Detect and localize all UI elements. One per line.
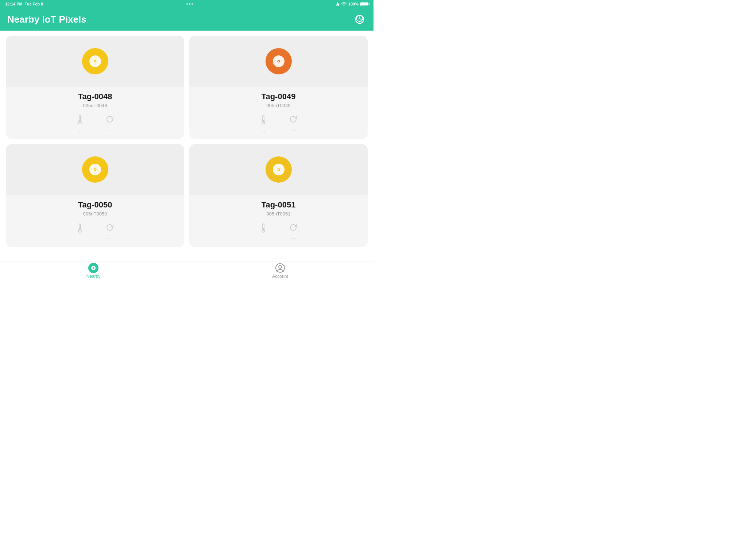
sensor-refresh-label-tag-0048: ... [107,127,112,132]
account-tab-icon-wrap [275,263,285,273]
device-icon-inner-tag-0051 [273,164,285,175]
sensor-refresh-label-tag-0051: ... [291,235,295,240]
device-name-tag-0049: Tag-0049 [195,92,362,101]
device-sensors-tag-0050: ... ... [12,222,178,241]
device-icon-svg-tag-0049 [276,59,281,64]
device-card-tag-0049[interactable]: Tag-0049 005nT0049 ... [189,36,368,139]
nearby-iot-inner [91,266,96,270]
sensor-temperature-tag-0051: ... [260,223,267,241]
device-sensors-tag-0051: ... ... [195,222,362,241]
device-sensors-tag-0049: ... ... [195,113,362,133]
device-sensors-tag-0048: ... ... [12,113,178,133]
device-name-tag-0048: Tag-0048 [12,92,178,101]
svg-point-22 [279,265,282,268]
svg-point-12 [94,169,96,170]
tab-nearby[interactable]: Nearby [0,261,187,280]
nearby-iot-icon [88,263,98,273]
refresh-sensor-icon-tag-0049 [289,115,298,125]
account-tab-label: Account [272,274,288,279]
sensor-temp-label-tag-0051: ... [261,236,266,241]
status-right: 100% [336,2,368,6]
device-card-image-tag-0050 [6,144,184,195]
nearby-tab-icon-wrap [88,263,98,273]
device-icon-inner-tag-0050 [89,164,101,175]
app-header: Nearby IoT Pixels [0,8,374,31]
device-grid: Tag-0048 005nT0048 ... [6,36,368,247]
battery-level: 100% [348,2,359,6]
sensor-refresh-tag-0051[interactable]: ... [289,223,298,241]
sensor-refresh-tag-0050[interactable]: ... [105,223,114,241]
device-info-tag-0051: Tag-0051 005nT0051 ... [189,195,368,247]
refresh-button[interactable] [353,13,366,26]
device-icon-tag-0049 [266,48,292,74]
device-name-tag-0050: Tag-0050 [12,200,178,210]
device-card-image-tag-0051 [189,144,368,195]
thermometer-icon-tag-0051 [260,223,267,235]
nearby-iot-dot [93,267,94,269]
sensor-refresh-label-tag-0049: ... [291,127,295,132]
sensor-temp-label-tag-0049: ... [261,128,266,133]
device-icon-inner-tag-0048 [89,55,101,67]
tab-account[interactable]: Account [187,261,374,280]
wifi-icon [341,2,347,6]
device-info-tag-0048: Tag-0048 005nT0048 ... [6,87,184,139]
main-content: Tag-0048 005nT0048 ... [0,31,374,261]
device-id-tag-0048: 005nT0048 [12,103,178,108]
sensor-refresh-tag-0049[interactable]: ... [289,115,298,133]
svg-point-2 [94,61,96,62]
refresh-sensor-icon-tag-0050 [105,223,114,233]
device-card-tag-0048[interactable]: Tag-0048 005nT0048 ... [6,36,184,139]
sensor-temperature-tag-0049: ... [260,115,267,133]
sensor-temperature-tag-0048: ... [76,115,84,133]
status-center [186,3,193,5]
device-info-tag-0050: Tag-0050 005nT0050 ... [6,195,184,247]
location-icon [336,2,340,6]
status-bar: 12:14 PM Tue Feb 8 100% [0,0,374,8]
thermometer-icon-tag-0048 [76,115,84,127]
account-icon [275,263,285,273]
sensor-refresh-tag-0048[interactable]: ... [105,115,114,133]
tab-bar: Nearby Account [0,261,374,280]
device-id-tag-0051: 005nT0051 [195,211,362,217]
sensor-temp-label-tag-0048: ... [77,128,82,133]
refresh-sensor-icon-tag-0048 [105,115,114,125]
battery-icon [360,2,368,6]
status-time-date: 12:14 PM Tue Feb 8 [5,2,43,6]
refresh-sensor-icon-tag-0051 [289,223,298,233]
nearby-tab-label: Nearby [86,274,101,279]
device-info-tag-0049: Tag-0049 005nT0049 ... [189,87,368,139]
device-card-image-tag-0048 [6,36,184,87]
device-icon-inner-tag-0049 [273,55,285,67]
thermometer-icon-tag-0049 [260,115,267,127]
svg-point-7 [278,61,279,62]
device-icon-tag-0048 [82,48,108,74]
device-id-tag-0049: 005nT0049 [195,103,362,108]
sensor-refresh-label-tag-0050: ... [107,235,112,240]
device-icon-tag-0050 [82,156,108,183]
sensor-temperature-tag-0050: ... [76,223,84,241]
device-card-tag-0050[interactable]: Tag-0050 005nT0050 ... [6,144,184,247]
device-icon-svg-tag-0051 [276,167,281,172]
device-card-image-tag-0049 [189,36,368,87]
device-card-tag-0051[interactable]: Tag-0051 005nT0051 ... [189,144,368,247]
device-id-tag-0050: 005nT0050 [12,211,178,217]
sensor-temp-label-tag-0050: ... [77,236,82,241]
device-icon-svg-tag-0048 [93,59,98,64]
device-icon-tag-0051 [266,156,292,183]
page-title: Nearby IoT Pixels [7,14,86,25]
svg-point-17 [278,169,279,170]
device-icon-svg-tag-0050 [93,167,98,172]
thermometer-icon-tag-0050 [76,223,84,235]
device-name-tag-0051: Tag-0051 [195,200,362,210]
